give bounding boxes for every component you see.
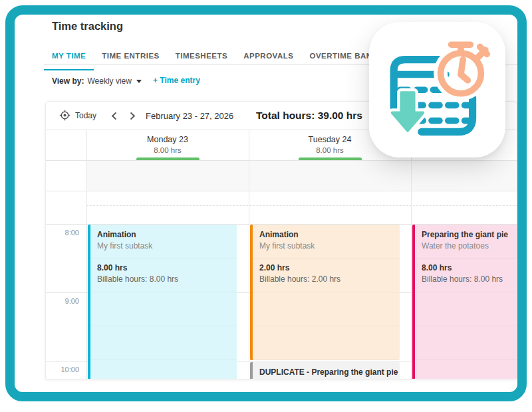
view-by-value: Weekly view (87, 76, 131, 86)
event-subtitle: My first subtask (259, 241, 393, 252)
event-title: Preparing the giant pie (422, 229, 511, 241)
day-header-monday: Monday 23 8.00 hrs (86, 130, 249, 161)
time-label: 10:00 (46, 365, 79, 373)
column-line (86, 130, 87, 379)
event-title: Animation (259, 229, 393, 241)
time-tracking-page: Time tracking MY TIME TIME ENTRIES TIMES… (0, 0, 532, 412)
tab-bar: MY TIME TIME ENTRIES TIMESHEETS APPROVAL… (44, 49, 386, 70)
tab-approvals[interactable]: APPROVALS (235, 49, 301, 70)
event-subtitle: Send invites (259, 378, 393, 379)
event-title: DUPLICATE - Preparing the giant pie (259, 367, 393, 378)
today-label: Today (75, 111, 96, 120)
tab-my-time[interactable]: MY TIME (44, 49, 94, 70)
day-label: Monday 23 (86, 135, 249, 144)
caret-down-icon (136, 80, 142, 83)
event-billable-hours: Billable hours: 2.00 hrs (259, 274, 393, 285)
day-hours: 8.00 hrs (86, 146, 249, 154)
column-line (249, 130, 249, 379)
today-button[interactable]: Today (59, 110, 96, 121)
event-title: Animation (97, 229, 230, 241)
event-hours: 8.00 hrs (97, 262, 230, 274)
date-range: February 23 - 27, 2026 (146, 111, 233, 121)
chevron-right-icon (130, 112, 136, 120)
column-line (411, 130, 412, 379)
target-icon (59, 110, 70, 121)
view-by-dropdown[interactable]: View by: Weekly view (52, 76, 142, 86)
time-entry-card-wednesday-pie[interactable]: Preparing the giant pie Water the potato… (412, 225, 517, 379)
calendar-stopwatch-download-icon (381, 40, 493, 141)
event-billable-hours: Billable hours: 8.00 hrs (422, 274, 511, 285)
tab-time-entries[interactable]: TIME ENTRIES (94, 49, 168, 70)
time-entry-card-monday-animation[interactable]: Animation My first subtask 8.00 hrs Bill… (88, 225, 237, 379)
view-by-label: View by: (52, 76, 84, 86)
add-time-entry-button[interactable]: + Time entry (153, 76, 200, 85)
next-week-button[interactable] (126, 109, 139, 122)
event-hours: 8.00 hrs (422, 262, 511, 274)
event-hours: 2.00 hrs (259, 262, 393, 274)
event-subtitle: Water the potatoes (422, 241, 511, 252)
page-title: Time tracking (52, 20, 123, 33)
event-subtitle: My first subtask (97, 241, 230, 252)
grid-line (86, 205, 517, 206)
event-billable-hours: Billable hours: 8.00 hrs (97, 274, 230, 285)
time-entry-card-duplicate-pie[interactable]: DUPLICATE - Preparing the giant pie Send… (250, 362, 400, 379)
previous-week-button[interactable] (107, 109, 120, 122)
grid-line (46, 191, 517, 191)
time-label: 8:00 (46, 229, 79, 237)
grid-line (46, 160, 517, 161)
total-hours: Total hours: 39.00 hrs (256, 110, 362, 122)
time-label: 9:00 (46, 297, 79, 305)
time-entry-card-tuesday-animation[interactable]: Animation My first subtask 2.00 hrs Bill… (250, 225, 400, 360)
chevron-left-icon (111, 112, 117, 120)
tab-timesheets[interactable]: TIMESHEETS (168, 49, 235, 70)
time-tracking-badge (369, 22, 505, 157)
allday-row (86, 161, 517, 191)
